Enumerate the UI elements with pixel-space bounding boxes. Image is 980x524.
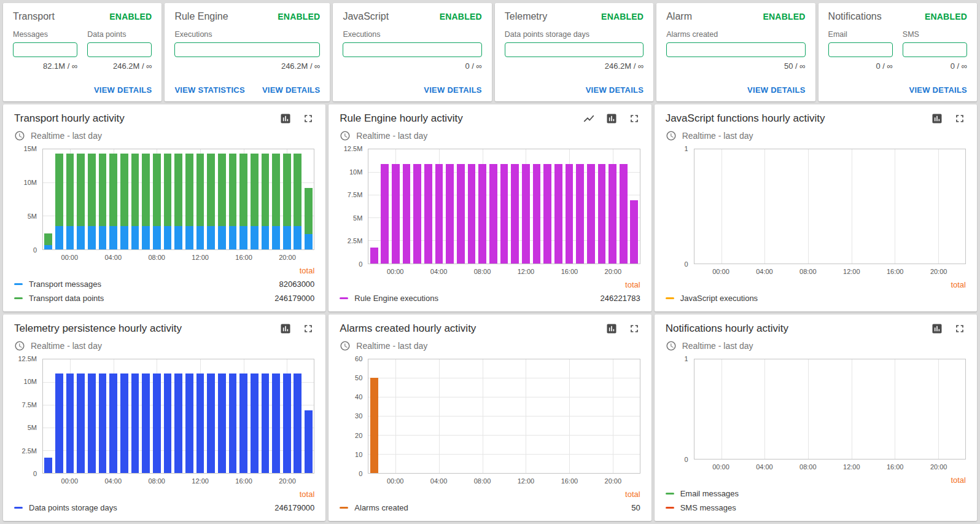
- bar-chart-icon[interactable]: [279, 323, 292, 335]
- legend-item-alarms-created[interactable]: Alarms created50: [340, 501, 640, 515]
- bar-chart-icon[interactable]: [931, 323, 943, 335]
- usage-value: 0 / ∞: [903, 61, 967, 71]
- chart-bar: [609, 164, 616, 264]
- legend-item-rule-engine-executions[interactable]: Rule Engine executions246221783: [340, 291, 640, 305]
- chart-bar: [142, 226, 150, 249]
- chart-bar: [109, 226, 117, 249]
- chart-bar: [196, 373, 204, 473]
- y-axis: 01: [666, 149, 694, 264]
- chart-bar: [392, 164, 400, 264]
- view-details-link[interactable]: VIEW DETAILS: [424, 85, 481, 95]
- chart-bar: [511, 164, 519, 264]
- fullscreen-icon[interactable]: [628, 323, 640, 335]
- chart-bar: [120, 373, 128, 473]
- y-tick-label: 0: [359, 470, 362, 477]
- legend-item-sms-messages[interactable]: SMS messages: [666, 501, 966, 515]
- usage-field-label: Executions: [174, 30, 320, 39]
- fullscreen-icon[interactable]: [302, 112, 314, 125]
- chart-bar: [229, 154, 237, 226]
- usage-field-label: Data points storage days: [505, 30, 644, 39]
- y-axis: 05M10M15M: [14, 149, 42, 250]
- x-tick-label: 04:00: [430, 268, 448, 275]
- gridline-vertical: [808, 359, 809, 459]
- legend-item-javascript-executions[interactable]: JavaScript executions: [666, 291, 966, 305]
- view-details-link[interactable]: VIEW DETAILS: [747, 85, 805, 95]
- chart-bar: [294, 154, 301, 226]
- legend-item-email-messages[interactable]: Email messages: [666, 487, 966, 501]
- gridline-horizontal: [368, 435, 639, 436]
- view-details-link[interactable]: VIEW DETAILS: [586, 85, 644, 95]
- fullscreen-icon[interactable]: [302, 323, 314, 335]
- bar-chart-icon[interactable]: [605, 112, 618, 125]
- chart-bar: [218, 154, 226, 226]
- card-title: Notifications: [828, 11, 882, 22]
- status-badge: ENABLED: [925, 12, 967, 22]
- timewindow-label[interactable]: Realtime - last day: [31, 341, 102, 351]
- timewindow-label[interactable]: Realtime - last day: [31, 131, 102, 141]
- usage-field-label: Alarms created: [666, 30, 805, 39]
- chart-bar: [196, 154, 204, 226]
- legend-item-data-points-storage-days[interactable]: Data points storage days246179000: [14, 501, 314, 515]
- x-axis: 00:0004:0008:0012:0016:0020:00: [42, 474, 314, 486]
- view-details-link[interactable]: VIEW DETAILS: [262, 85, 320, 95]
- chart-bar: [457, 164, 465, 264]
- chart-bar: [207, 226, 215, 249]
- chart-bar: [620, 164, 628, 264]
- x-tick-label: 16:00: [887, 463, 904, 471]
- timewindow-label[interactable]: Realtime - last day: [356, 131, 427, 141]
- y-tick-label: 5M: [28, 424, 37, 431]
- view-statistics-link[interactable]: VIEW STATISTICS: [174, 85, 245, 95]
- chart-bar: [251, 226, 259, 249]
- view-details-link[interactable]: VIEW DETAILS: [94, 85, 152, 95]
- legend-total-label: total: [666, 474, 966, 487]
- view-details-link[interactable]: VIEW DETAILS: [909, 85, 967, 95]
- bar-chart-icon[interactable]: [931, 112, 943, 125]
- bar-chart-icon[interactable]: [279, 112, 292, 125]
- chart-bar: [55, 154, 63, 226]
- y-tick-label: 0: [685, 260, 688, 268]
- legend-item-transport-data-points[interactable]: Transport data points246179000: [14, 291, 314, 305]
- y-tick-label: 1: [685, 355, 688, 362]
- gridline-horizontal: [368, 454, 639, 455]
- x-tick-label: 08:00: [799, 463, 817, 471]
- gridline-vertical: [895, 359, 895, 459]
- timewindow-label[interactable]: Realtime - last day: [682, 131, 753, 141]
- line-chart-icon[interactable]: [583, 112, 595, 125]
- status-badge: ENABLED: [763, 12, 806, 22]
- api-usage-summary-row: TransportENABLEDMessages82.1M / ∞Data po…: [3, 3, 977, 101]
- plot-canvas: [368, 149, 640, 264]
- x-tick-label: 16:00: [235, 254, 252, 261]
- bar-chart-icon[interactable]: [605, 323, 618, 335]
- chart-bar: [131, 373, 139, 473]
- timewindow-label[interactable]: Realtime - last day: [356, 341, 427, 351]
- chart-card-javascript-functions-hourly-activity: JavaScript functions hourly activityReal…: [655, 104, 977, 311]
- legend-item-transport-messages[interactable]: Transport messages82063000: [14, 277, 314, 291]
- gridline-horizontal: [368, 378, 639, 378]
- x-tick-label: 04:00: [104, 254, 122, 261]
- y-tick-label: 1: [685, 145, 688, 152]
- fullscreen-icon[interactable]: [628, 112, 640, 125]
- chart-bar: [500, 164, 508, 264]
- card-title: JavaScript: [343, 11, 389, 22]
- chart-legend: totalAlarms created50: [340, 488, 640, 515]
- y-tick-label: 2.5M: [348, 237, 362, 244]
- legend-total-label: total: [14, 265, 314, 277]
- fullscreen-icon[interactable]: [954, 323, 966, 335]
- timewindow-label[interactable]: Realtime - last day: [682, 341, 753, 351]
- chart-bar: [142, 154, 150, 226]
- x-tick-label: 20:00: [279, 477, 296, 485]
- chart-bar: [77, 154, 85, 226]
- gridline-vertical: [395, 359, 396, 474]
- y-tick-label: 7.5M: [22, 401, 37, 409]
- fullscreen-icon[interactable]: [954, 112, 966, 125]
- chart-bar: [478, 164, 486, 264]
- x-axis: 00:0004:0008:0012:0016:0020:00: [368, 474, 640, 486]
- chart-bar: [370, 248, 378, 263]
- x-tick-label: 00:00: [712, 463, 729, 471]
- plot-canvas: [694, 359, 966, 460]
- chart-plot-area: 05M10M15M00:0004:0008:0012:0016:0020:00: [14, 149, 314, 262]
- chart-bar: [120, 226, 128, 249]
- usage-value: 0 / ∞: [828, 61, 893, 71]
- api-card-javascript: JavaScriptENABLEDExecutions0 / ∞VIEW DET…: [333, 3, 491, 101]
- gridline-horizontal: [368, 416, 639, 416]
